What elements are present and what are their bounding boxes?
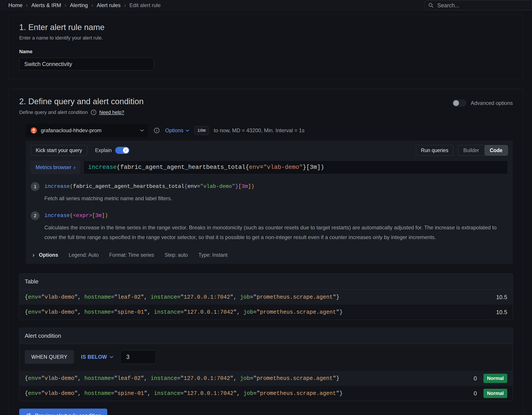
search-icon — [428, 2, 434, 8]
query-options-dropdown[interactable]: Options — [165, 127, 189, 133]
code-token: " — [256, 390, 260, 397]
series-labels: {env="vlab-demo", hostname="spine-01", i… — [25, 390, 343, 397]
refresh-icon — [25, 413, 31, 415]
promql-query-input[interactable]: increase(fabric_agent_agent_heartbeats_t… — [84, 160, 508, 174]
code-token: { — [25, 294, 28, 301]
top-navigation-bar: Home›Alerts & IRM›Alerting›Alert rules›E… — [0, 0, 532, 11]
code-token: = — [111, 309, 114, 315]
code-token: ] — [102, 213, 105, 218]
search-box[interactable] — [424, 0, 532, 10]
code-token: spine-01 — [117, 309, 144, 315]
explain-step-2: 2 increase(<expr>[3m]) Calculates the in… — [31, 211, 508, 242]
options-expander-label: Options — [39, 252, 58, 258]
option-legend: Legend: Auto — [69, 252, 99, 258]
time-range-badge[interactable]: 10m — [194, 126, 209, 135]
code-token: " — [184, 309, 187, 315]
code-token: " — [114, 375, 117, 382]
code-token: = — [111, 375, 114, 382]
code-token: spine-01 — [117, 390, 144, 397]
alert-result-row: {env="vlab-demo", hostname="leaf-02", in… — [19, 371, 513, 386]
code-token: ( — [70, 183, 73, 189]
code-token: leaf-02 — [117, 294, 141, 301]
code-token: " — [180, 294, 184, 301]
explain-toggle[interactable]: ✓ — [115, 147, 129, 154]
run-queries-button[interactable]: Run queries — [416, 145, 453, 156]
code-token: ( — [70, 213, 73, 218]
code-token: , — [78, 309, 84, 315]
code-token: (fabric_agent_agent_heartbeats_total{ — [117, 164, 249, 171]
step-number-badge: 1 — [31, 182, 39, 191]
code-token: increase — [88, 164, 117, 171]
datasource-picker[interactable]: grafanacloud-hhdev-prom — [26, 124, 148, 137]
code-token: ) — [251, 183, 254, 189]
explain-desc-1: Fetch all series matching metric name an… — [44, 194, 254, 203]
breadcrumb-item[interactable]: Alerts & IRM — [31, 2, 61, 8]
info-circle-icon — [154, 127, 160, 133]
code-token: , — [144, 294, 151, 301]
option-type: Type: Instant — [199, 252, 228, 258]
breadcrumb-item[interactable]: Alerting — [70, 2, 88, 8]
chevron-right-icon: › — [32, 251, 34, 258]
code-token: " — [333, 375, 336, 382]
search-input[interactable] — [437, 2, 528, 9]
breadcrumb-item[interactable]: Alert rules — [97, 2, 121, 8]
preview-alert-rule-condition-button[interactable]: Preview alert rule condition — [19, 409, 107, 415]
options-expander[interactable]: › Options — [32, 251, 58, 258]
code-token: instance — [151, 294, 177, 301]
threshold-input[interactable] — [120, 350, 156, 364]
preview-button-label: Preview alert rule condition — [35, 413, 101, 415]
code-token: instance — [151, 375, 177, 382]
code-token: " — [233, 309, 237, 315]
code-token: env — [28, 309, 38, 315]
toggle-knob — [453, 100, 459, 106]
code-token: }[3m]) — [303, 164, 324, 171]
datasource-name: grafanacloud-hhdev-prom — [41, 127, 136, 133]
code-token: ) — [105, 213, 108, 218]
code-token: = — [38, 294, 41, 301]
advanced-options-toggle[interactable] — [452, 100, 466, 107]
code-token: instance — [154, 390, 180, 397]
code-token: = — [250, 375, 253, 382]
breadcrumb-item[interactable]: Home — [8, 2, 22, 8]
code-token: hostname — [84, 375, 111, 382]
state-badge: Normal — [484, 389, 507, 398]
code-token: = — [177, 294, 180, 301]
breadcrumb-separator-icon: › — [91, 2, 93, 8]
breadcrumb-separator-icon: › — [124, 2, 126, 8]
code-token: = — [111, 294, 114, 301]
chevron-down-icon — [186, 130, 189, 132]
code-token: ] — [248, 183, 251, 189]
code-token: " — [230, 375, 233, 382]
metrics-browser-label: Metrics browser — [36, 164, 71, 170]
code-token: { — [25, 309, 28, 315]
breadcrumb-separator-icon: › — [26, 2, 28, 8]
option-step: Step: auto — [165, 252, 188, 258]
table-panel-title: Table — [19, 274, 513, 290]
code-token: , — [233, 375, 240, 382]
explain-step-1: 1 increase(fabric_agent_agent_heartbeats… — [31, 182, 508, 203]
code-tab[interactable]: Code — [484, 145, 508, 155]
code-token: job — [240, 294, 250, 301]
code-token: 127.0.0.1:7042 — [184, 375, 230, 382]
condition-operator-dropdown[interactable]: IS BELOW — [81, 354, 113, 360]
code-token: " — [144, 309, 147, 315]
code-token: env — [28, 375, 38, 382]
metrics-browser-button[interactable]: Metrics browser › — [31, 160, 80, 174]
code-token: " — [141, 294, 144, 301]
code-token: " — [256, 309, 260, 315]
breadcrumb: Home›Alerts & IRM›Alerting›Alert rules›E… — [8, 2, 161, 8]
when-query-chip[interactable]: WHEN QUERY — [25, 350, 74, 364]
advanced-options-label: Advanced options — [471, 100, 513, 106]
code-token: vlab-demo — [45, 375, 74, 382]
explain-desc-2: Calculates the increase in the time seri… — [44, 223, 499, 242]
series-labels: {env="vlab-demo", hostname="spine-01", i… — [25, 309, 343, 315]
series-value: 0 — [474, 375, 477, 382]
code-token: vlab-demo — [45, 294, 74, 301]
builder-tab[interactable]: Builder — [458, 145, 484, 155]
kick-start-query-button[interactable]: Kick start your query — [31, 145, 87, 156]
table-rows: {env="vlab-demo", hostname="leaf-02", in… — [19, 290, 513, 320]
code-token: job — [243, 390, 253, 397]
need-help-link[interactable]: Need help? — [99, 110, 124, 115]
alert-rule-name-input[interactable] — [19, 58, 154, 70]
code-token: 127.0.0.1:7042 — [187, 309, 233, 315]
